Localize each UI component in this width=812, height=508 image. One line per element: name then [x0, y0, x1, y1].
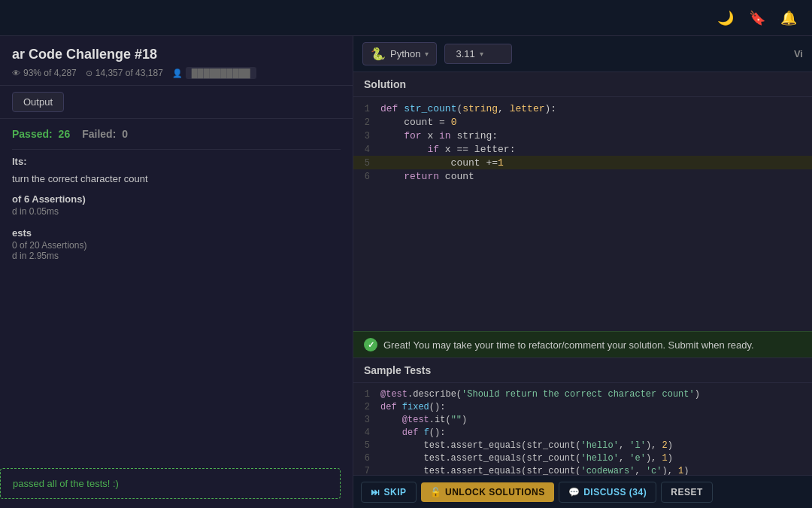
discuss-button[interactable]: 💬 DISCUSS (34)	[559, 482, 657, 503]
python-emoji: 🐍	[371, 47, 386, 61]
code-line-1: 1 def str_count(string, letter):	[353, 102, 812, 115]
success-message-text: Great! You may take your time to refacto…	[383, 339, 754, 351]
version-selector[interactable]: 3.11 ▾	[444, 44, 512, 64]
sample-tests-header: Sample Tests	[353, 358, 812, 383]
code-line-2: 2 count = 0	[353, 115, 812, 129]
language-selector[interactable]: 🐍 Python ▾	[362, 42, 437, 65]
rating-value: 93% of 4,287	[23, 68, 77, 78]
challenge-meta: 👁 93% of 4,287 ⊙ 14,357 of 43,187 👤 ████…	[12, 67, 341, 79]
code-line-4: 4 if x == letter:	[353, 142, 812, 156]
version-chevron-down-icon: ▾	[480, 50, 483, 58]
results-area: Passed: 26 Failed: 0 lts: turn the corre…	[0, 119, 353, 508]
solution-editor[interactable]: 1 def str_count(string, letter): 2 count…	[353, 97, 812, 331]
language-label: Python	[390, 48, 420, 59]
test-status: Passed: 26 Failed: 0	[12, 128, 341, 140]
user-badge: ██████████	[186, 67, 256, 79]
topbar: 🌙 🔖 🔔	[0, 0, 812, 36]
right-panel: 🐍 Python ▾ 3.11 ▾ Vi Solution 1 def str_…	[353, 36, 812, 508]
sample-line-3: 3 @test.it("")	[353, 413, 812, 426]
challenge-header: ar Code Challenge #18 👁 93% of 4,287 ⊙ 1…	[0, 36, 353, 86]
main-layout: ar Code Challenge #18 👁 93% of 4,287 ⊙ 1…	[0, 36, 812, 508]
user-icon: 👤	[172, 68, 183, 78]
passed-label: Passed: 26	[12, 128, 70, 140]
test-group-2-name: ests	[12, 227, 341, 239]
editor-toolbar: 🐍 Python ▾ 3.11 ▾ Vi	[353, 36, 812, 72]
results-description: turn the correct character count	[12, 173, 341, 184]
divider-1	[12, 149, 341, 150]
bell-icon[interactable]: 🔔	[780, 10, 797, 26]
solution-section: Solution 1 def str_count(string, letter)…	[353, 72, 812, 508]
bookmark-icon[interactable]: 🔖	[749, 10, 765, 26]
sample-line-5: 5 test.assert_equals(str_count('hello', …	[353, 439, 812, 452]
completions-value: 14,357 of 43,187	[95, 68, 163, 78]
left-panel: ar Code Challenge #18 👁 93% of 4,287 ⊙ 1…	[0, 36, 353, 508]
test-group-2: ests 0 of 20 Assertions) d in 2.95ms	[12, 227, 341, 261]
code-line-6: 6 return count	[353, 169, 812, 183]
success-message: Great! You may take your time to refacto…	[353, 331, 812, 357]
chat-icon: 💬	[568, 487, 580, 497]
sample-line-4: 4 def f():	[353, 426, 812, 439]
completions-meta: ⊙ 14,357 of 43,187	[86, 68, 163, 78]
failed-count-value: 0	[122, 128, 128, 140]
rating-meta: 👁 93% of 4,287	[12, 68, 77, 78]
moon-icon[interactable]: 🌙	[717, 10, 734, 26]
vi-label: Vi	[794, 48, 803, 59]
lock-icon: 🔓	[430, 487, 442, 497]
sample-line-2: 2 def fixed():	[353, 400, 812, 413]
sample-line-1: 1 @test.describe('Should return the corr…	[353, 388, 812, 400]
test-group-1-name: of 6 Assertions)	[12, 193, 341, 205]
test-group-2-timing: d in 2.95ms	[12, 251, 341, 261]
output-tab[interactable]: Output	[12, 92, 64, 112]
eye-icon: 👁	[12, 68, 20, 78]
test-groups: of 6 Assertions) d in 0.05ms ests 0 of 2…	[12, 193, 341, 261]
circle-icon: ⊙	[86, 68, 92, 78]
lang-chevron-down-icon: ▾	[425, 50, 429, 58]
challenge-title: ar Code Challenge #18	[12, 47, 341, 62]
user-meta: 👤 ██████████	[172, 67, 256, 79]
code-line-5: 5 count +=1	[353, 156, 812, 169]
version-label: 3.11	[456, 48, 474, 59]
solution-header: Solution	[353, 72, 812, 97]
test-group-1-timing: d in 0.05ms	[12, 206, 341, 217]
results-section-label: lts:	[12, 156, 341, 167]
success-banner: passed all of the tests! :)	[0, 468, 341, 499]
code-line-3: 3 for x in string:	[353, 129, 812, 142]
skip-button[interactable]: ⏭ SKIP	[361, 482, 417, 503]
bottom-bar: ⏭ SKIP 🔓 UNLOCK SOLUTIONS 💬 DISCUSS (34)…	[353, 475, 812, 508]
success-check-icon	[364, 338, 377, 351]
test-group-1: of 6 Assertions) d in 0.05ms	[12, 193, 341, 217]
skip-icon: ⏭	[371, 487, 380, 497]
sample-line-6: 6 test.assert_equals(str_count('hello', …	[353, 452, 812, 464]
test-group-2-assertions: 0 of 20 Assertions)	[12, 240, 341, 251]
success-banner-text: passed all of the tests! :)	[13, 478, 119, 489]
unlock-solutions-button[interactable]: 🔓 UNLOCK SOLUTIONS	[421, 482, 554, 502]
reset-button[interactable]: RESET	[661, 482, 713, 503]
passed-count-value: 26	[59, 128, 71, 140]
output-tab-bar: Output	[0, 86, 353, 119]
failed-label: Failed: 0	[82, 128, 128, 140]
